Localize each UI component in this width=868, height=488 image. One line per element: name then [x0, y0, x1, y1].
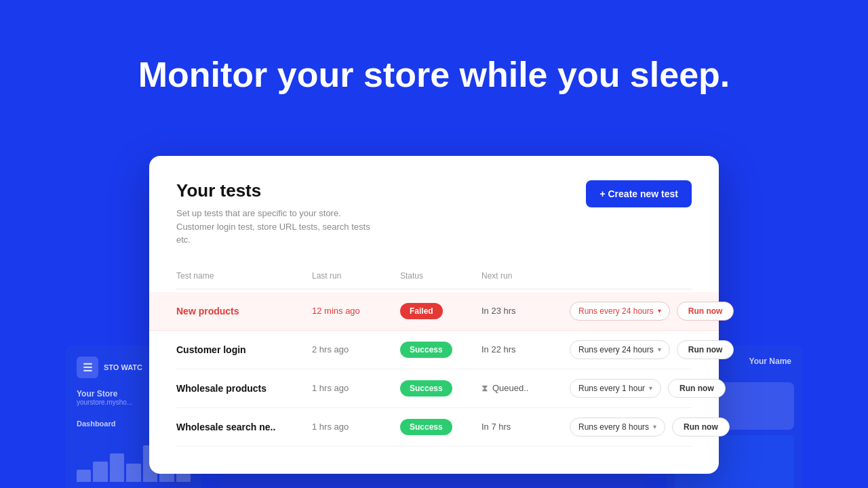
- status-badge-3: Success: [400, 419, 481, 435]
- create-new-test-button[interactable]: + Create new test: [586, 180, 692, 207]
- last-run-2: 1 hrs ago: [312, 383, 400, 393]
- schedule-label-3: Runs every 8 hours: [578, 422, 649, 432]
- col-test-name: Test name: [176, 271, 312, 281]
- table-row: New products 12 mins ago Failed In 23 hr…: [149, 292, 719, 331]
- row-actions-2: Runs every 1 hour ▾ Run now: [570, 379, 726, 398]
- status-failed: Failed: [400, 303, 443, 319]
- row-actions-3: Runs every 8 hours ▾ Run now: [570, 418, 730, 436]
- last-run-1: 2 hrs ago: [312, 344, 400, 354]
- col-next-run: Next run: [481, 271, 570, 281]
- table-row: Wholesale search ne.. 1 hrs ago Success …: [176, 408, 692, 447]
- status-success-2: Success: [400, 380, 452, 396]
- status-success-3: Success: [400, 419, 452, 435]
- hero-title: Monitor your store while you sleep.: [138, 54, 730, 95]
- tests-modal: Your tests Set up tests that are specifi…: [149, 156, 719, 474]
- chevron-icon-0: ▾: [658, 307, 661, 314]
- hourglass-icon: ⧗: [481, 382, 488, 394]
- table-row: Wholesale products 1 hrs ago Success ⧗ Q…: [176, 369, 692, 408]
- title-section: Your tests Set up tests that are specifi…: [176, 180, 380, 247]
- chevron-icon-2: ▾: [649, 384, 652, 392]
- chevron-icon-1: ▾: [658, 346, 661, 353]
- table-row: Customer login 2 hrs ago Success In 22 h…: [176, 331, 692, 369]
- schedule-label-1: Runs every 24 hours: [578, 345, 654, 354]
- last-run-0: 12 mins ago: [312, 306, 400, 316]
- modal-subtitle: Set up tests that are specific to your s…: [176, 207, 380, 247]
- schedule-dropdown-3[interactable]: Runs every 8 hours ▾: [570, 418, 665, 436]
- app-name: STO WATC: [104, 363, 142, 371]
- run-now-button-1[interactable]: Run now: [677, 340, 734, 359]
- queued-label: Queued..: [492, 383, 529, 393]
- col-status: Status: [400, 271, 481, 281]
- schedule-dropdown-0[interactable]: Runs every 24 hours ▾: [570, 302, 670, 321]
- modal-header: Your tests Set up tests that are specifi…: [176, 180, 692, 247]
- status-badge-2: Success: [400, 380, 481, 396]
- next-run-0: In 23 hrs: [481, 306, 570, 316]
- status-badge-1: Success: [400, 342, 481, 358]
- schedule-dropdown-1[interactable]: Runs every 24 hours ▾: [570, 340, 670, 359]
- test-name-3: Wholesale search ne..: [176, 422, 312, 432]
- test-name-1: Customer login: [176, 344, 312, 355]
- next-run-1: In 22 hrs: [481, 344, 570, 354]
- test-name-0: New products: [176, 306, 312, 317]
- modal-title: Your tests: [176, 180, 380, 201]
- status-success-1: Success: [400, 342, 452, 358]
- schedule-dropdown-2[interactable]: Runs every 1 hour ▾: [570, 379, 661, 398]
- status-badge-0: Failed: [400, 303, 481, 319]
- run-now-button-0[interactable]: Run now: [677, 302, 734, 321]
- chevron-icon-3: ▾: [653, 423, 656, 430]
- test-name-2: Wholesale products: [176, 383, 312, 394]
- next-run-2: ⧗ Queued..: [481, 382, 570, 394]
- col-last-run: Last run: [312, 271, 400, 281]
- logo-icon: ☰: [77, 357, 98, 378]
- schedule-label-2: Runs every 1 hour: [578, 384, 645, 393]
- table-header: Test name Last run Status Next run: [176, 266, 692, 289]
- next-run-3: In 7 hrs: [481, 422, 570, 432]
- tests-table: Test name Last run Status Next run New p…: [176, 266, 692, 447]
- run-now-button-3[interactable]: Run now: [672, 418, 730, 436]
- row-actions-0: Runs every 24 hours ▾ Run now: [570, 302, 734, 321]
- col-actions: [570, 271, 692, 281]
- run-now-button-2[interactable]: Run now: [668, 379, 726, 398]
- row-actions-1: Runs every 24 hours ▾ Run now: [570, 340, 734, 359]
- last-run-3: 1 hrs ago: [312, 422, 400, 432]
- schedule-label-0: Runs every 24 hours: [578, 306, 654, 316]
